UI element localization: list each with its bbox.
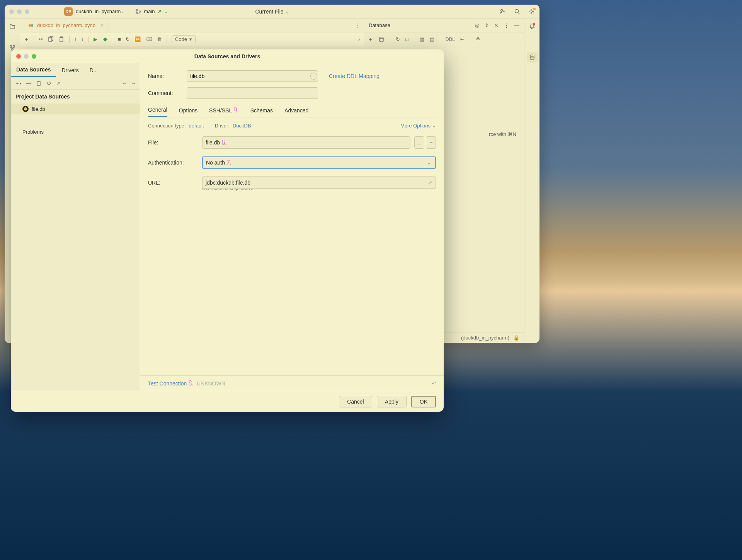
clear-icon[interactable]: ⌫ xyxy=(145,36,152,42)
move-down-icon[interactable]: ↓ xyxy=(82,36,84,42)
file-tab[interactable]: duckdb_in_pycharm.ipynb ✕ xyxy=(23,19,109,32)
run-all-icon[interactable]: ⏩ xyxy=(134,36,141,42)
test-connection-link[interactable]: Test Connection xyxy=(148,380,187,387)
cell-type-select[interactable]: Code ▾ xyxy=(172,35,196,43)
chevron-down-icon[interactable] xyxy=(121,8,124,14)
external-link-icon[interactable]: ↗ xyxy=(56,80,60,86)
browse-file-button[interactable]: … xyxy=(414,136,424,149)
cell-type-label: Code xyxy=(175,36,187,42)
minimize-icon[interactable]: — xyxy=(514,22,519,28)
minimize-window[interactable] xyxy=(17,9,22,14)
ddl-label[interactable]: DDL xyxy=(446,37,455,42)
chevron-right-icon[interactable]: › xyxy=(358,36,360,42)
database-tool-icon[interactable] xyxy=(527,52,538,63)
tab-advanced[interactable]: Advanced xyxy=(284,104,308,117)
apply-button[interactable]: Apply xyxy=(377,396,407,407)
conn-type-link[interactable]: default xyxy=(189,123,204,129)
separator xyxy=(88,36,89,43)
branch-icon xyxy=(135,8,141,15)
maximize-window[interactable] xyxy=(25,9,29,14)
problems-item[interactable]: Problems xyxy=(11,126,140,138)
zoom-dialog[interactable] xyxy=(32,54,36,59)
comment-input[interactable] xyxy=(187,87,318,99)
revert-icon[interactable]: ↶ xyxy=(432,380,436,386)
form-area: Name: Create DDL Mapping Comment: Genera… xyxy=(140,63,444,375)
stop-icon[interactable]: □ xyxy=(405,36,408,42)
url-input[interactable]: jdbc:duckdb:file.db ⤢ xyxy=(202,176,436,189)
table-icon[interactable]: ▦ xyxy=(420,36,424,42)
expand-icon[interactable]: ⤢ xyxy=(428,180,432,186)
color-picker-icon[interactable] xyxy=(310,73,317,80)
import-icon[interactable]: ⇤ xyxy=(460,36,465,42)
conn-type-label: Connection type: xyxy=(148,123,186,129)
remove-icon[interactable]: — xyxy=(26,80,31,86)
more-options-link[interactable]: More Options xyxy=(400,123,436,129)
close-tab-icon[interactable]: ✕ xyxy=(100,23,104,28)
collapse-icon[interactable]: ⇕ xyxy=(485,22,489,28)
settings-icon[interactable] xyxy=(529,8,535,15)
datasource-item[interactable]: file.db xyxy=(11,104,140,114)
tab-data-sources[interactable]: Data Sources xyxy=(11,63,56,77)
interpreter-label[interactable]: (duckdb_in_pycharm) xyxy=(461,335,509,341)
tab-options[interactable]: Options xyxy=(179,104,197,117)
separator xyxy=(69,36,70,43)
search-icon[interactable] xyxy=(514,8,520,15)
more-icon[interactable]: ⋮ xyxy=(504,22,509,28)
tab-ddl[interactable]: D xyxy=(84,63,103,77)
driver-link[interactable]: DuckDB xyxy=(233,123,251,129)
current-file-selector[interactable]: Current File xyxy=(255,8,289,15)
titlebar-actions xyxy=(499,8,535,15)
add-file-button[interactable]: ＋ xyxy=(426,136,436,149)
restart-icon[interactable]: ↻ xyxy=(126,36,130,42)
svg-rect-11 xyxy=(49,37,52,41)
copy-icon[interactable] xyxy=(36,80,42,87)
cut-icon[interactable]: ✂ xyxy=(39,36,43,42)
copy-icon[interactable] xyxy=(48,36,54,42)
add-icon[interactable]: ＋ xyxy=(368,36,373,43)
move-up-icon[interactable]: ↑ xyxy=(74,36,77,42)
debug-icon[interactable] xyxy=(102,36,108,42)
tab-drivers[interactable]: Drivers xyxy=(56,63,84,77)
target-icon[interactable]: ◎ xyxy=(475,22,479,28)
ok-button[interactable]: OK xyxy=(411,396,436,407)
refresh-icon[interactable]: ↻ xyxy=(396,36,400,42)
tab-ssh-ssl[interactable]: SSH/SSL9. xyxy=(209,104,239,117)
tab-general[interactable]: General xyxy=(148,104,167,117)
annotation-9: 9. xyxy=(233,106,239,114)
tab-schemas[interactable]: Schemas xyxy=(250,104,273,117)
create-ddl-link[interactable]: Create DDL Mapping xyxy=(329,73,380,79)
project-icon[interactable] xyxy=(9,23,15,29)
settings-icon[interactable]: ⚙ xyxy=(47,80,51,86)
notifications-icon[interactable] xyxy=(529,23,535,29)
close-dialog[interactable] xyxy=(16,54,21,59)
lock-icon[interactable]: 🔒 xyxy=(513,335,519,341)
duckdb-icon xyxy=(22,106,29,112)
name-input[interactable] xyxy=(187,70,318,82)
back-icon[interactable]: ← xyxy=(122,80,127,86)
datasource-icon[interactable] xyxy=(378,36,385,42)
annotation-6: 6. xyxy=(221,139,227,147)
forward-icon[interactable]: → xyxy=(131,80,136,86)
stop-icon[interactable]: ■ xyxy=(118,36,121,42)
add-datasource-icon[interactable]: ＋▾ xyxy=(15,80,22,87)
separator xyxy=(113,36,113,43)
close-panel-icon[interactable]: ✕ xyxy=(494,22,499,28)
grid-icon[interactable]: ▤ xyxy=(430,36,434,42)
collaborate-icon[interactable] xyxy=(499,8,505,15)
project-name[interactable]: duckdb_in_pycharm xyxy=(76,8,121,14)
more-icon[interactable]: ⋮ xyxy=(355,22,360,28)
eye-icon[interactable]: 👁 xyxy=(476,36,481,42)
branch-selector[interactable]: main ↗ xyxy=(135,8,167,15)
add-cell-icon[interactable]: ＋ xyxy=(24,36,29,43)
paste-icon[interactable] xyxy=(58,36,65,42)
url-row: URL: jdbc:duckdb:file.db ⤢ xyxy=(148,176,436,189)
minimize-dialog[interactable] xyxy=(24,54,29,59)
file-input[interactable]: file.db 6. xyxy=(202,136,410,149)
left-tabs: Data Sources Drivers D xyxy=(11,63,140,77)
annotation-8: 8. xyxy=(188,379,194,387)
cancel-button[interactable]: Cancel xyxy=(339,396,372,407)
auth-select[interactable]: No auth 7. xyxy=(202,156,436,169)
close-window[interactable] xyxy=(9,9,14,14)
run-icon[interactable]: ▶ xyxy=(94,36,97,42)
trash-icon[interactable]: 🗑 xyxy=(157,36,162,42)
